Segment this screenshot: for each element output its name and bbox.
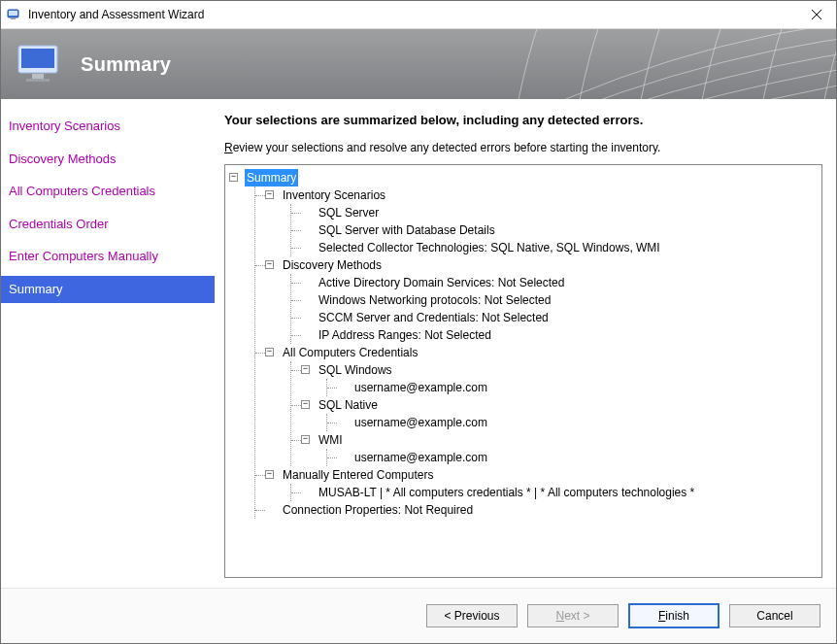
close-icon — [812, 10, 821, 19]
finish-rest: inish — [665, 609, 689, 623]
instruction-accel: R — [224, 141, 233, 154]
finish-button[interactable]: Finish — [628, 603, 720, 628]
tree-node-label[interactable]: Manually Entered Computers — [281, 466, 435, 484]
banner-title: Summary — [81, 53, 171, 76]
summary-tree[interactable]: SummaryInventory ScenariosSQL ServerSQL … — [224, 164, 822, 578]
tree-node-label[interactable]: SCCM Server and Credentials: Not Selecte… — [317, 309, 551, 326]
titlebar: Inventory and Assessment Wizard — [1, 1, 836, 29]
cancel-button[interactable]: Cancel — [729, 604, 820, 627]
tree-node-label[interactable]: SQL Native — [317, 396, 380, 414]
instruction-rest: eview your selections and resolve any de… — [233, 141, 661, 154]
monitor-icon — [15, 42, 69, 86]
wizard-window: Inventory and Assessment Wizard Summary — [0, 0, 837, 644]
sidebar-item-all-computers-credentials[interactable]: All Computers Credentials — [1, 178, 215, 205]
tree-node-label[interactable]: MUSAB-LT | * All computers credentials *… — [317, 484, 696, 501]
close-button[interactable] — [797, 1, 836, 28]
mesh-decoration — [467, 29, 836, 99]
tree-node-label[interactable]: IP Address Ranges: Not Selected — [317, 326, 493, 344]
tree-node-label[interactable]: username@example.com — [352, 414, 489, 431]
svg-rect-8 — [26, 79, 50, 82]
sidebar-item-enter-computers-manually[interactable]: Enter Computers Manually — [1, 243, 215, 270]
tree-toggle-icon[interactable] — [265, 348, 274, 356]
tree-toggle-icon[interactable] — [265, 470, 274, 479]
page-instruction: Review your selections and resolve any d… — [224, 141, 822, 154]
tree-toggle-icon[interactable] — [265, 190, 274, 199]
svg-rect-7 — [32, 74, 44, 79]
window-title: Inventory and Assessment Wizard — [28, 8, 797, 21]
page-heading: Your selections are summarized below, in… — [224, 113, 822, 127]
tree-node-label[interactable]: Selected Collector Technologies: SQL Nat… — [317, 239, 662, 256]
sidebar-item-summary[interactable]: Summary — [1, 276, 215, 303]
tree-node-label[interactable]: username@example.com — [352, 379, 489, 396]
svg-rect-1 — [9, 11, 17, 16]
next-button: Next > — [527, 604, 619, 627]
sidebar-item-discovery-methods[interactable]: Discovery Methods — [1, 146, 215, 173]
tree-node-label[interactable]: SQL Server — [317, 204, 381, 221]
sidebar-item-credentials-order[interactable]: Credentials Order — [1, 211, 215, 238]
footer: < Previous Next > Finish Cancel — [1, 588, 836, 643]
app-icon — [7, 7, 22, 22]
tree-toggle-icon[interactable] — [301, 435, 310, 444]
tree-node-label[interactable]: username@example.com — [352, 449, 489, 466]
tree-node-label[interactable]: Windows Networking protocols: Not Select… — [317, 291, 552, 309]
next-rest: ext > — [564, 609, 589, 623]
tree-node-label[interactable]: Discovery Methods — [281, 256, 384, 274]
body: Inventory Scenarios Discovery Methods Al… — [1, 99, 836, 588]
main-panel: Your selections are summarized below, in… — [215, 99, 836, 588]
svg-rect-6 — [21, 49, 54, 68]
banner: Summary — [1, 29, 836, 99]
tree-node-label[interactable]: Inventory Scenarios — [281, 186, 387, 204]
tree-toggle-icon[interactable] — [301, 365, 310, 374]
tree-toggle-icon[interactable] — [301, 400, 310, 409]
tree-node-label[interactable]: Connection Properties: Not Required — [281, 501, 475, 519]
next-accel: N — [555, 609, 564, 623]
previous-button[interactable]: < Previous — [426, 604, 518, 627]
tree-toggle-icon[interactable] — [229, 173, 238, 182]
tree-node-label[interactable]: WMI — [317, 431, 345, 449]
tree-toggle-icon[interactable] — [265, 260, 274, 269]
tree-node-label[interactable]: SQL Server with Database Details — [317, 221, 497, 239]
finish-accel: F — [658, 609, 665, 623]
tree-node-label[interactable]: Active Directory Domain Services: Not Se… — [317, 274, 566, 291]
tree-node-label[interactable]: Summary — [245, 169, 298, 186]
svg-rect-2 — [11, 17, 16, 19]
tree-node-label[interactable]: All Computers Credentials — [281, 344, 419, 361]
tree-node-label[interactable]: SQL Windows — [317, 361, 394, 379]
sidebar-item-inventory-scenarios[interactable]: Inventory Scenarios — [1, 113, 215, 140]
sidebar: Inventory Scenarios Discovery Methods Al… — [1, 99, 215, 588]
